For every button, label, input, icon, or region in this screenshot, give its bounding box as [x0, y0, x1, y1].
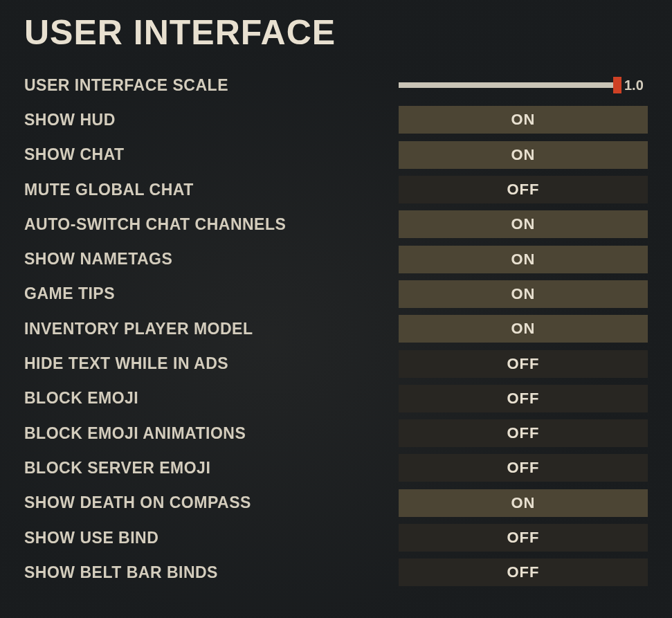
toggle-button[interactable]: ON — [399, 280, 648, 308]
setting-row: HIDE TEXT WHILE IN ADSOFF — [24, 346, 648, 381]
section-heading: USER INTERFACE — [24, 12, 648, 53]
setting-label: HIDE TEXT WHILE IN ADS — [24, 354, 399, 373]
setting-control: OFF — [399, 419, 648, 447]
setting-row: INVENTORY PLAYER MODELON — [24, 311, 648, 346]
setting-label: MUTE GLOBAL CHAT — [24, 181, 399, 199]
toggle-button[interactable]: ON — [399, 246, 648, 273]
setting-label: BLOCK EMOJI ANIMATIONS — [24, 424, 399, 443]
setting-control: ON — [399, 141, 648, 169]
setting-control: ON — [399, 106, 648, 134]
settings-list: SHOW HUDONSHOW CHATONMUTE GLOBAL CHATOFF… — [24, 102, 648, 590]
toggle-button[interactable]: OFF — [399, 350, 648, 378]
toggle-button[interactable]: OFF — [399, 524, 648, 552]
toggle-button[interactable]: ON — [399, 315, 648, 343]
setting-label: BLOCK EMOJI — [24, 389, 399, 408]
setting-control: ON — [399, 280, 648, 308]
setting-label: SHOW DEATH ON COMPASS — [24, 493, 399, 512]
setting-row: SHOW BELT BAR BINDSOFF — [24, 555, 648, 590]
setting-row: SHOW DEATH ON COMPASSON — [24, 486, 648, 520]
setting-control: OFF — [399, 524, 648, 552]
setting-label: AUTO-SWITCH CHAT CHANNELS — [24, 215, 399, 234]
setting-label: USER INTERFACE SCALE — [24, 76, 399, 95]
setting-row: BLOCK SERVER EMOJIOFF — [24, 451, 648, 485]
slider-handle[interactable] — [613, 77, 621, 93]
ui-scale-slider[interactable] — [399, 82, 617, 88]
setting-control: OFF — [399, 558, 648, 586]
setting-row-ui-scale: USER INTERFACE SCALE 1.0 — [24, 68, 648, 102]
setting-control: ON — [399, 315, 648, 343]
toggle-button[interactable]: ON — [399, 106, 648, 134]
toggle-button[interactable]: OFF — [399, 454, 648, 482]
setting-label: SHOW NAMETAGS — [24, 250, 399, 269]
setting-row: AUTO-SWITCH CHAT CHANNELSON — [24, 207, 648, 242]
slider-wrapper: 1.0 — [399, 78, 648, 93]
setting-row: SHOW USE BINDOFF — [24, 520, 648, 555]
setting-row: BLOCK EMOJI ANIMATIONSOFF — [24, 416, 648, 451]
setting-row: SHOW NAMETAGSON — [24, 242, 648, 276]
slider-value: 1.0 — [624, 78, 648, 93]
toggle-button[interactable]: OFF — [399, 385, 648, 412]
setting-label: INVENTORY PLAYER MODEL — [24, 320, 399, 338]
setting-row: SHOW HUDON — [24, 102, 648, 137]
setting-label: SHOW CHAT — [24, 145, 399, 164]
setting-control: OFF — [399, 385, 648, 412]
toggle-button[interactable]: OFF — [399, 176, 648, 203]
toggle-button[interactable]: OFF — [399, 558, 648, 586]
setting-control: OFF — [399, 454, 648, 482]
toggle-button[interactable]: ON — [399, 210, 648, 238]
setting-label: SHOW USE BIND — [24, 529, 399, 547]
slider-control: 1.0 — [399, 78, 648, 93]
toggle-button[interactable]: ON — [399, 141, 648, 169]
setting-label: GAME TIPS — [24, 284, 399, 303]
toggle-button[interactable]: ON — [399, 489, 648, 517]
setting-label: SHOW HUD — [24, 111, 399, 129]
setting-label: BLOCK SERVER EMOJI — [24, 459, 399, 478]
setting-control: OFF — [399, 176, 648, 203]
setting-control: ON — [399, 489, 648, 517]
setting-control: OFF — [399, 350, 648, 378]
setting-row: GAME TIPSON — [24, 277, 648, 311]
setting-control: ON — [399, 210, 648, 238]
settings-panel: USER INTERFACE USER INTERFACE SCALE 1.0 … — [0, 0, 672, 590]
setting-label: SHOW BELT BAR BINDS — [24, 563, 399, 582]
setting-row: MUTE GLOBAL CHATOFF — [24, 172, 648, 207]
setting-control: ON — [399, 246, 648, 273]
setting-row: SHOW CHATON — [24, 138, 648, 172]
setting-row: BLOCK EMOJIOFF — [24, 381, 648, 416]
toggle-button[interactable]: OFF — [399, 419, 648, 447]
